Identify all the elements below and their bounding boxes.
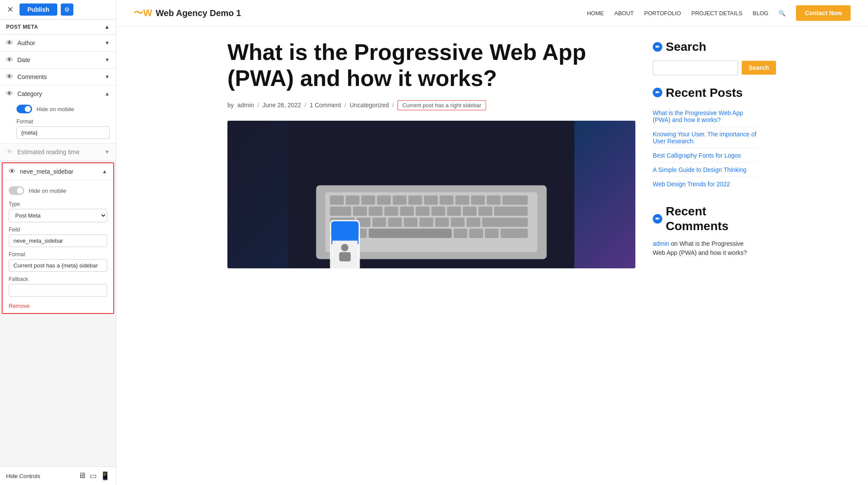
neve-field-label: Field xyxy=(9,227,107,233)
recent-posts-icon: ✏ xyxy=(653,88,662,97)
svg-rect-29 xyxy=(388,218,402,227)
svg-rect-11 xyxy=(455,195,469,205)
nav-blog[interactable]: BLOG xyxy=(753,10,768,16)
settings-button[interactable]: ⚙ xyxy=(61,3,73,16)
contact-now-button[interactable]: Contact Now xyxy=(796,5,851,21)
reading-time-chevron[interactable]: ▼ xyxy=(105,149,110,155)
date-visibility-icon[interactable]: 👁 xyxy=(6,56,13,64)
nav-project-details[interactable]: PROJECT DETAILS xyxy=(691,10,742,16)
sep3: / xyxy=(345,102,346,109)
sep4: / xyxy=(392,102,394,109)
svg-rect-7 xyxy=(393,195,407,205)
laptop-background xyxy=(227,121,635,268)
post-author: admin xyxy=(237,102,254,109)
sidebar-badge: Current post has a right sidebar xyxy=(398,100,486,110)
recent-post-4[interactable]: A Simple Guide to Design Thinking xyxy=(653,163,757,177)
svg-rect-24 xyxy=(478,206,492,215)
neve-visibility-icon[interactable]: 👁 xyxy=(9,168,16,175)
svg-rect-20 xyxy=(416,206,430,215)
svg-rect-40 xyxy=(469,228,483,238)
category-section: 👁 Category ▲ Hide on mobile Format xyxy=(0,86,116,144)
svg-point-49 xyxy=(341,244,349,251)
author-chevron[interactable]: ▼ xyxy=(105,40,110,46)
post-content: What is the Progressive Web App (PWA) an… xyxy=(227,40,635,271)
publish-button[interactable]: Publish xyxy=(20,3,57,16)
category-toggle[interactable] xyxy=(16,105,32,113)
nav-home[interactable]: HOME xyxy=(587,10,604,16)
neve-remove-link[interactable]: Remove xyxy=(9,303,30,309)
nav-about[interactable]: ABOUT xyxy=(614,10,634,16)
neve-type-label: Type xyxy=(9,201,107,207)
neve-type-select[interactable]: Post Meta Custom Field ACF xyxy=(9,209,107,222)
reading-time-visibility-icon[interactable]: 👁 xyxy=(6,148,13,156)
logo-icon: 〜W xyxy=(134,7,152,20)
neve-field-input[interactable] xyxy=(9,234,107,247)
view-icons: 🖥 ▭ 📱 xyxy=(78,471,110,481)
sep2: / xyxy=(305,102,306,109)
category-chevron[interactable]: ▲ xyxy=(105,91,110,97)
post-comments: 1 Comment xyxy=(309,102,341,109)
svg-rect-9 xyxy=(424,195,438,205)
svg-rect-28 xyxy=(372,218,386,227)
svg-rect-4 xyxy=(345,195,359,205)
recent-post-1[interactable]: What is the Progressive Web App (PWA) an… xyxy=(653,106,757,127)
svg-rect-33 xyxy=(451,218,465,227)
neve-chevron[interactable]: ▲ xyxy=(102,168,107,175)
desktop-view-icon[interactable]: 🖥 xyxy=(78,471,86,481)
date-chevron[interactable]: ▼ xyxy=(105,57,110,63)
category-format-label: Format xyxy=(16,119,110,125)
comments-visibility-icon[interactable]: 👁 xyxy=(6,73,13,81)
category-format-input[interactable] xyxy=(16,126,110,139)
category-visibility-icon[interactable]: 👁 xyxy=(6,90,13,98)
neve-field-group: Field xyxy=(9,227,107,247)
post-category: Uncategorized xyxy=(350,102,389,109)
svg-rect-32 xyxy=(435,218,449,227)
close-button[interactable]: ✕ xyxy=(4,4,16,15)
svg-rect-16 xyxy=(353,206,367,215)
neve-fallback-label: Fallback xyxy=(9,276,107,282)
category-format-row: Format xyxy=(0,116,116,143)
top-bar: ✕ Publish ⚙ xyxy=(0,0,116,20)
recent-post-2[interactable]: Knowing Your User. The importance of Use… xyxy=(653,127,757,148)
sidebar-search-button[interactable]: Search xyxy=(742,61,776,75)
mobile-view-icon[interactable]: 📱 xyxy=(100,471,110,481)
sep1: / xyxy=(257,102,259,109)
svg-rect-39 xyxy=(454,228,467,238)
comments-chevron[interactable]: ▼ xyxy=(105,74,110,80)
svg-rect-3 xyxy=(330,195,344,205)
recent-post-5[interactable]: Web Design Trends for 2022 xyxy=(653,177,757,191)
neve-format-input[interactable] xyxy=(9,259,107,272)
neve-hide-mobile-label: Hide on mobile xyxy=(29,188,66,194)
post-meta-collapse[interactable]: ▲ xyxy=(105,24,110,30)
recent-post-3[interactable]: Best Calligraphy Fonts for Logos xyxy=(653,148,757,163)
nav-portofolio[interactable]: PORTOFOLIO xyxy=(644,10,681,16)
svg-rect-22 xyxy=(447,206,461,215)
sidebar-search-input[interactable] xyxy=(653,60,738,75)
recent-posts-section: ✏ Recent Posts What is the Progressive W… xyxy=(653,86,757,191)
neve-fallback-input[interactable] xyxy=(9,284,107,297)
author-visibility-icon[interactable]: 👁 xyxy=(6,39,13,47)
recent-comments-section: ✏ Recent Comments admin on What is the P… xyxy=(653,204,757,257)
svg-rect-25 xyxy=(494,206,528,215)
comment-author-link[interactable]: admin xyxy=(653,240,669,247)
neve-toggle[interactable] xyxy=(9,186,24,195)
tablet-view-icon[interactable]: ▭ xyxy=(89,471,97,481)
category-header: 👁 Category ▲ xyxy=(0,86,116,102)
post-meta-header: POST META ▲ xyxy=(0,20,116,35)
site-logo[interactable]: 〜W Web Agency Demo 1 xyxy=(134,7,241,20)
recent-comments-icon: ✏ xyxy=(653,214,662,224)
date-row: 👁 Date ▼ xyxy=(0,52,116,69)
hide-controls-btn[interactable]: Hide Controls xyxy=(6,473,40,479)
post-by: by xyxy=(227,102,234,109)
post-image-svg xyxy=(227,121,635,268)
nav-search-icon[interactable]: 🔍 xyxy=(779,10,786,16)
recent-comments-title-text: Recent Comments xyxy=(666,204,757,233)
search-title-text: Search xyxy=(666,40,706,54)
search-widget: ✏ Search Search xyxy=(653,40,757,75)
category-label: Category xyxy=(17,90,100,97)
svg-rect-34 xyxy=(467,218,480,227)
search-title: ✏ Search xyxy=(653,40,757,54)
date-label: Date xyxy=(17,56,100,63)
svg-rect-13 xyxy=(487,195,501,205)
recent-posts-title: ✏ Recent Posts xyxy=(653,86,757,100)
